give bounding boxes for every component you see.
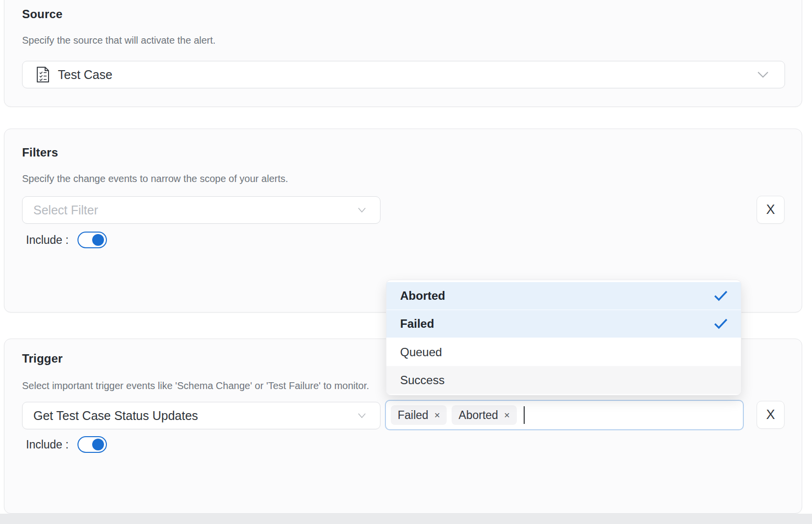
option-label: Queued	[400, 345, 442, 359]
dropdown-option-success[interactable]: Success	[386, 366, 741, 394]
tag-label: Aborted	[458, 409, 498, 422]
trigger-select[interactable]: Get Test Case Status Updates	[22, 402, 381, 429]
page-bottom-strip	[0, 514, 812, 524]
test-case-document-icon	[35, 66, 50, 83]
option-label: Aborted	[400, 289, 445, 303]
toggle-knob	[92, 234, 104, 246]
remove-trigger-row-button[interactable]: X	[757, 401, 785, 429]
filters-section-description: Specify the change events to narrow the …	[22, 173, 288, 184]
check-icon	[713, 318, 728, 330]
trigger-include-row: Include :	[26, 436, 107, 453]
option-label: Success	[400, 373, 445, 387]
status-options-dropdown: Aborted Failed Queued Success	[386, 280, 741, 395]
filter-include-row: Include :	[26, 232, 107, 248]
source-select[interactable]: Test Case	[22, 61, 785, 88]
tag-label: Failed	[398, 409, 429, 422]
filter-select-placeholder: Select Filter	[33, 203, 98, 217]
dropdown-option-queued[interactable]: Queued	[386, 338, 741, 366]
dropdown-option-aborted[interactable]: Aborted	[386, 282, 741, 310]
trigger-include-label: Include :	[26, 438, 69, 451]
remove-filter-row-button[interactable]: X	[757, 196, 785, 224]
chevron-down-icon	[757, 71, 769, 78]
trigger-status-multiselect-input[interactable]: Failed × Aborted ×	[385, 400, 744, 430]
trigger-section-title: Trigger	[22, 352, 63, 366]
filters-section-title: Filters	[22, 146, 58, 159]
selected-status-tag: Aborted ×	[452, 405, 516, 425]
trigger-include-toggle[interactable]	[77, 436, 107, 453]
trigger-section-description: Select important trigger events like 'Sc…	[22, 380, 369, 392]
trigger-select-value: Get Test Case Status Updates	[33, 409, 198, 423]
source-section-title: Source	[22, 7, 63, 21]
source-section-description: Specify the source that will activate th…	[22, 35, 216, 46]
dropdown-option-failed[interactable]: Failed	[386, 310, 741, 338]
option-label: Failed	[400, 317, 434, 331]
remove-tag-icon[interactable]: ×	[434, 410, 440, 421]
toggle-knob	[92, 439, 104, 450]
source-select-value: Test Case	[58, 68, 112, 82]
source-section-card: Source Specify the source that will acti…	[4, 0, 802, 107]
filter-include-label: Include :	[26, 234, 69, 247]
remove-tag-icon[interactable]: ×	[504, 410, 510, 421]
chevron-down-icon	[357, 413, 366, 419]
text-cursor	[524, 406, 525, 424]
chevron-down-icon	[357, 207, 366, 213]
selected-status-tag: Failed ×	[391, 405, 447, 425]
check-icon	[713, 290, 728, 302]
filter-select[interactable]: Select Filter	[22, 196, 381, 224]
filter-include-toggle[interactable]	[77, 232, 107, 248]
